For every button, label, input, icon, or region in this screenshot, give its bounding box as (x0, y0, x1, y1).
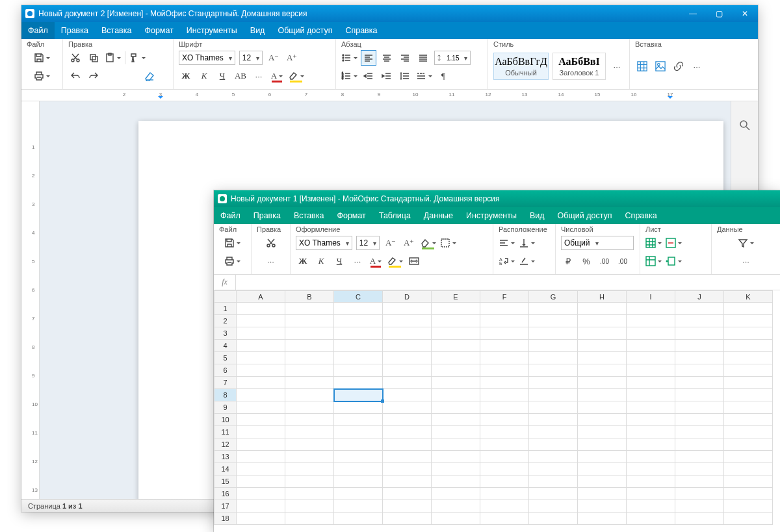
doc-vertical-ruler[interactable]: 12345678910111213 (21, 101, 40, 499)
grid-cell[interactable] (383, 340, 432, 352)
insert-link-button[interactable] (671, 59, 686, 73)
grid-cell[interactable] (285, 513, 334, 525)
grid-cell[interactable] (480, 488, 529, 500)
grid-cell[interactable] (480, 438, 529, 451)
grid-cell[interactable] (432, 426, 480, 438)
grid-cell[interactable] (675, 352, 724, 364)
grid-cell[interactable] (432, 488, 480, 500)
insert-cells-button[interactable] (645, 236, 662, 250)
dec-decrease-button[interactable]: .00 (597, 254, 612, 268)
grid-cell[interactable] (529, 414, 578, 426)
merge-cells-button[interactable] (407, 254, 421, 268)
italic-button[interactable]: К (314, 254, 328, 268)
grid-cell[interactable] (578, 463, 627, 475)
grid-cell[interactable] (334, 303, 383, 315)
col-header[interactable]: G (529, 291, 578, 303)
menu-share[interactable]: Общий доступ (271, 22, 339, 39)
paste-button[interactable] (105, 51, 121, 65)
grid-cell[interactable] (334, 401, 383, 414)
grid-cell[interactable] (724, 327, 773, 340)
grid-cell[interactable] (627, 438, 675, 451)
grid-cell[interactable] (237, 327, 285, 340)
col-header[interactable]: C (334, 291, 383, 303)
grid-cell[interactable] (675, 377, 724, 389)
grid-cell[interactable] (334, 315, 383, 327)
menu-insert[interactable]: Вставка (95, 22, 138, 39)
grid-cell[interactable] (675, 426, 724, 438)
grid-cell[interactable] (334, 463, 383, 475)
insert-image-button[interactable] (653, 59, 668, 73)
grid-cell[interactable] (480, 303, 529, 315)
grid-cell[interactable] (432, 414, 480, 426)
grid-cell[interactable] (432, 463, 480, 475)
grid-cell[interactable] (724, 303, 773, 315)
row-header[interactable]: 2 (214, 315, 237, 327)
bullets-button[interactable] (341, 51, 358, 65)
grid-cell[interactable] (334, 513, 383, 525)
grid-cell[interactable] (578, 315, 627, 327)
data-more-button[interactable]: ··· (739, 254, 753, 268)
grid-cell[interactable] (285, 315, 334, 327)
grid-cell[interactable] (675, 401, 724, 414)
grid-cell[interactable] (432, 438, 480, 451)
grid-cell[interactable] (724, 340, 773, 352)
row-header[interactable]: 16 (214, 488, 237, 500)
grid-cell[interactable] (432, 303, 480, 315)
grid-cell[interactable] (529, 389, 578, 401)
xls-grid[interactable]: ABCDEFGHIJK123456789101112131415161718 (214, 290, 780, 532)
borders-button[interactable] (440, 236, 456, 250)
menu-file[interactable]: Файл (214, 207, 247, 224)
menu-edit[interactable]: Правка (247, 207, 287, 224)
grid-cell[interactable] (237, 438, 285, 451)
grid-cell[interactable] (432, 475, 480, 488)
grid-cell[interactable] (675, 414, 724, 426)
more-edit-button[interactable]: ··· (264, 254, 278, 268)
grid-cell[interactable] (334, 377, 383, 389)
font-color-button[interactable]: A (270, 69, 284, 83)
row-header[interactable]: 14 (214, 463, 237, 475)
grid-cell[interactable] (480, 352, 529, 364)
style-heading1[interactable]: АаБбВвІ Заголовок 1 (552, 53, 606, 80)
row-header[interactable]: 3 (214, 327, 237, 340)
fill-color-button[interactable] (420, 236, 436, 250)
row-header[interactable]: 18 (214, 513, 237, 525)
grid-cell[interactable] (237, 475, 285, 488)
col-header[interactable]: H (578, 291, 627, 303)
grid-cell[interactable] (383, 426, 432, 438)
menu-help[interactable]: Справка (339, 22, 384, 39)
clear-formatting-button[interactable] (142, 69, 157, 83)
grid-cell[interactable] (383, 364, 432, 377)
grid-cell[interactable] (529, 315, 578, 327)
grid-cell[interactable] (237, 451, 285, 463)
grid-cell[interactable] (627, 463, 675, 475)
font-decrease-button[interactable]: A⁻ (266, 51, 281, 65)
grid-cell[interactable] (383, 513, 432, 525)
grid-cell[interactable] (383, 500, 432, 513)
menu-file[interactable]: Файл (21, 22, 55, 39)
doc-horizontal-ruler[interactable]: 234567891011121314151617 (21, 90, 758, 101)
grid-cell[interactable] (432, 340, 480, 352)
line-spacing-button[interactable] (398, 69, 412, 83)
align-justify-button[interactable] (416, 51, 430, 65)
grid-cell[interactable] (237, 488, 285, 500)
pilcrow-button[interactable]: ¶ (436, 69, 450, 83)
filter-button[interactable] (738, 236, 754, 250)
grid-cell[interactable] (480, 364, 529, 377)
col-header[interactable]: A (237, 291, 285, 303)
grid-cell[interactable] (480, 475, 529, 488)
grid-cell[interactable] (237, 303, 285, 315)
grid-cell[interactable] (432, 451, 480, 463)
grid-cell[interactable] (529, 401, 578, 414)
grid-cell[interactable] (334, 327, 383, 340)
row-header[interactable]: 15 (214, 475, 237, 488)
menu-share[interactable]: Общий доступ (551, 207, 619, 224)
grid-cell[interactable] (627, 475, 675, 488)
italic-button[interactable]: К (197, 69, 211, 83)
grid-cell[interactable] (383, 352, 432, 364)
line-spacing-combo[interactable]: 1.15 (434, 51, 471, 65)
bold-button[interactable]: Ж (296, 254, 310, 268)
grid-cell[interactable] (627, 327, 675, 340)
align-right-button[interactable] (398, 51, 412, 65)
grid-cell[interactable] (578, 340, 627, 352)
indent-button[interactable] (380, 69, 394, 83)
